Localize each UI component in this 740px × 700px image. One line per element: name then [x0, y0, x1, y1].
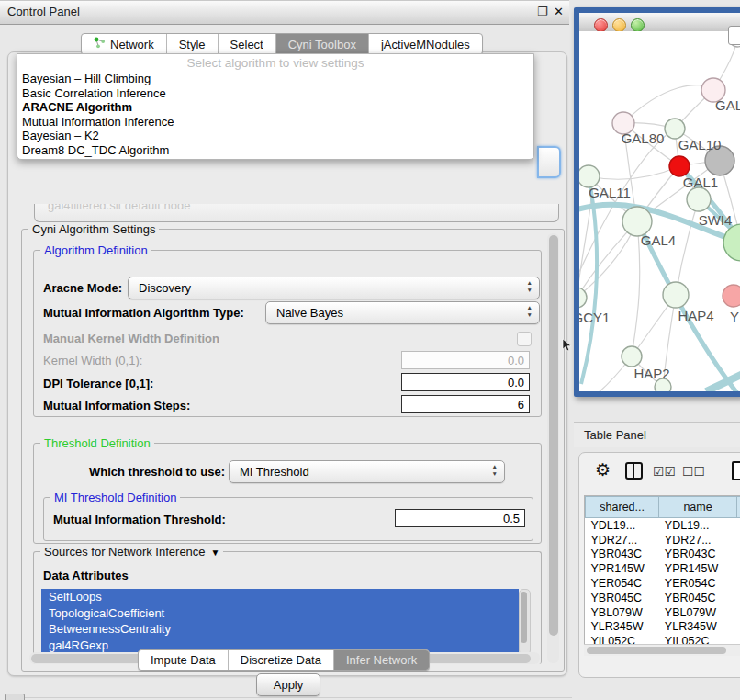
tab-infer-network[interactable]: Infer Network — [334, 650, 429, 670]
network-node-gal10[interactable] — [665, 119, 685, 139]
manual-kernel-checkbox[interactable] — [517, 332, 532, 346]
tab-label: Infer Network — [346, 653, 417, 667]
tab-jactivemnodules[interactable]: jActiveMNodules — [369, 34, 482, 54]
float-window-icon[interactable]: ❐ — [537, 5, 548, 18]
network-node-gal1[interactable] — [669, 156, 690, 176]
tab-discretize-data[interactable]: Discretize Data — [229, 650, 334, 670]
table-cell: YBL079W — [586, 605, 659, 620]
network-node-swi4[interactable] — [723, 224, 740, 261]
dpi-tolerance-field[interactable] — [401, 373, 530, 391]
column-header-a[interactable]: A — [736, 497, 740, 518]
network-node-hap2[interactable] — [622, 346, 642, 367]
network-node-hap4[interactable] — [663, 282, 689, 308]
algorithm-option-dream8-dc-tdc-algorithm[interactable]: Dream8 DC_TDC Algorithm — [17, 143, 533, 158]
table-cell: YDL19... — [586, 518, 659, 533]
settings-group-title: Cyni Algorithm Settings — [28, 222, 159, 236]
apply-button[interactable]: Apply — [256, 673, 320, 696]
control-panel-tabs: NetworkStyleSelectCyni ToolboxjActiveMNo… — [81, 33, 483, 55]
column-header-shared[interactable]: shared... — [586, 497, 659, 518]
threshold-definition-title: Threshold Definition — [40, 436, 154, 450]
data-source-combo[interactable]: gal4filtered.sif default node — [34, 204, 559, 222]
dock-icon[interactable] — [5, 694, 25, 700]
scrollbar-thumb[interactable] — [587, 647, 726, 654]
network-node[interactable] — [687, 187, 711, 211]
node-label-gal1: GAL1 — [683, 175, 718, 190]
clear-checkboxes-icon[interactable]: ☐☐ — [682, 464, 705, 479]
table-horizontal-scrollbar[interactable] — [584, 644, 740, 656]
mi-threshold-field[interactable] — [395, 509, 525, 527]
algorithm-definition-group: Algorithm Definition Aracne Mode: Discov… — [33, 250, 542, 417]
algorithm-option-bayesian-hill-climbing[interactable]: Bayesian – Hill Climbing — [17, 72, 533, 86]
kernel-width-field[interactable] — [401, 351, 530, 369]
network-canvas[interactable]: GALGAL80GAL10GAL1GAL11SWI4GAL4GCY1HAP4YH… — [579, 31, 740, 391]
scrollbar-thumb[interactable] — [549, 235, 558, 636]
table-cell: 8. — [736, 576, 740, 591]
table-cell: 9. — [736, 620, 740, 635]
mi-threshold-group: MI Threshold Definition Mutual Informati… — [43, 497, 533, 541]
table-cell: 12 — [736, 533, 740, 548]
table-header-row[interactable]: shared...nameA — [586, 497, 740, 518]
table-row[interactable]: YPR145WYPR145W9. — [586, 561, 740, 576]
network-node-y[interactable] — [723, 285, 740, 307]
columns-icon[interactable] — [625, 462, 643, 480]
mac-zoom-button[interactable] — [631, 18, 645, 32]
table-row[interactable]: YDR27...YDR27...12 — [586, 533, 740, 548]
attributes-scrollbar[interactable] — [519, 589, 531, 655]
attribute-betweennesscentrality[interactable]: BetweennessCentrality — [41, 621, 519, 638]
table-row[interactable]: YLR345WYLR345W9. — [586, 620, 740, 635]
mac-minimize-button[interactable] — [612, 18, 626, 32]
collapse-down-icon: ▼ — [211, 548, 220, 558]
gear-icon[interactable]: ⚙ — [595, 459, 611, 480]
inference-algorithm-combo-fragment[interactable] — [537, 146, 561, 178]
data-attributes-list[interactable]: SelfLoopsTopologicalCoefficientBetweenne… — [41, 589, 519, 653]
node-table[interactable]: shared...nameA YDL19...YDL19...13YDR27..… — [584, 495, 740, 651]
algorithm-option-aracne-algorithm[interactable]: ARACNE Algorithm — [17, 100, 533, 115]
apply-label: Apply — [274, 678, 304, 692]
manual-kernel-label: Manual Kernel Width Definition — [43, 332, 219, 345]
mac-close-button[interactable] — [594, 18, 608, 32]
control-panel-title: Control Panel — [7, 5, 80, 18]
mi-steps-field[interactable] — [401, 395, 530, 413]
table-panel-titlebar: Table Panel — [574, 423, 740, 447]
table-row[interactable]: YBR043CYBR043C — [586, 548, 740, 562]
tab-label: Network — [110, 38, 154, 51]
algorithm-option-basic-correlation-inference[interactable]: Basic Correlation Inference — [17, 86, 533, 101]
sources-title[interactable]: Sources for Network Inference▼ — [40, 545, 223, 559]
select-all-checkboxes-icon[interactable]: ☑☑ — [653, 464, 676, 479]
aracne-mode-label: Aracne Mode: — [43, 281, 122, 295]
close-icon[interactable]: ✕ — [554, 5, 564, 18]
attribute-selfloops[interactable]: SelfLoops — [41, 589, 519, 605]
threshold-definition-group: Threshold Definition Which threshold to … — [33, 443, 542, 544]
data-source-value: gal4filtered.sif default node — [48, 204, 190, 212]
settings-vertical-scrollbar[interactable] — [547, 233, 559, 663]
algorithm-option-mutual-information-inference[interactable]: Mutual Information Inference — [17, 115, 533, 130]
tab-select[interactable]: Select — [219, 34, 276, 54]
scrollbar-thumb[interactable] — [521, 592, 527, 643]
algorithm-option-bayesian-k2[interactable]: Bayesian – K2 — [17, 129, 533, 143]
tab-cyni-toolbox[interactable]: Cyni Toolbox — [276, 34, 369, 54]
table-cell: YBR043C — [586, 548, 659, 562]
export-table-icon[interactable] — [732, 461, 740, 480]
tab-network[interactable]: Network — [82, 34, 167, 54]
mi-type-combo[interactable]: Naive Bayes ▲▼ — [265, 301, 540, 324]
table-row[interactable]: YDL19...YDL19...13 — [586, 518, 740, 533]
table-row[interactable]: YBL079WYBL079W — [586, 605, 740, 620]
table-cell: YDR27... — [586, 533, 659, 548]
table-cell: YDR27... — [659, 533, 736, 548]
control-panel-titlebar: Control Panel ❐ ✕ — [0, 0, 569, 25]
node-label-gal10: GAL10 — [678, 137, 722, 152]
table-row[interactable]: YER054CYER054C8. — [586, 576, 740, 591]
stepper-icon: ▲▼ — [527, 304, 533, 319]
aracne-mode-combo[interactable]: Discovery ▲▼ — [128, 277, 540, 299]
mouse-cursor — [562, 339, 573, 352]
partial-control-box[interactable] — [728, 26, 740, 45]
column-header-name[interactable]: name — [659, 497, 736, 518]
table-row[interactable]: YBR045CYBR045C9. — [586, 591, 740, 605]
table-cell: YBL079W — [659, 605, 736, 620]
which-threshold-combo[interactable]: MI Threshold ▲▼ — [229, 460, 505, 483]
table-cell: 9. — [736, 561, 740, 576]
attribute-topologicalcoefficient[interactable]: TopologicalCoefficient — [41, 605, 519, 622]
tab-style[interactable]: Style — [167, 34, 219, 54]
tab-impute-data[interactable]: Impute Data — [139, 650, 229, 670]
network-window-titlebar[interactable] — [579, 13, 740, 32]
